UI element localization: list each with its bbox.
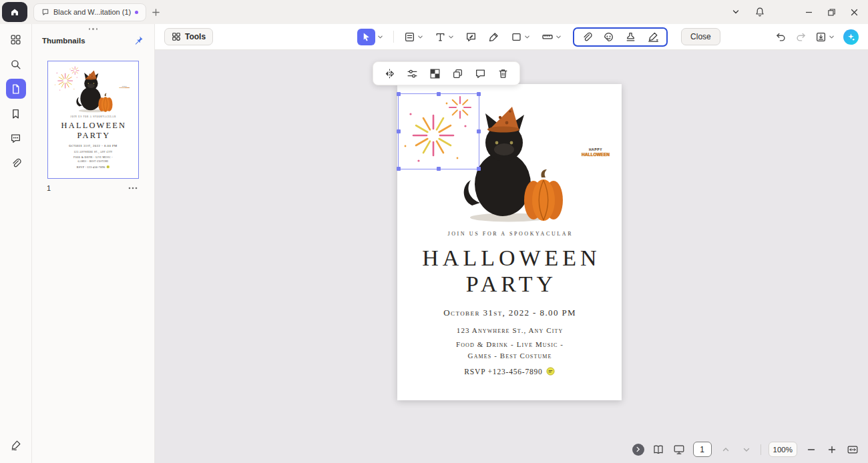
document-page[interactable]: HAPPY HALLOWEEN JOIN US FOR A SPOOKYACUL…	[397, 84, 622, 400]
invite-title-line1[interactable]: HALLOWEEN	[52, 121, 134, 130]
invite-rsvp[interactable]: RSVP +123-456-7890	[52, 165, 134, 168]
invite-title-line2[interactable]: PARTY	[397, 272, 622, 297]
pin-icon	[134, 35, 144, 45]
invite-details-line2[interactable]: Games - Best Costume	[52, 159, 134, 162]
sidebar-item-comments[interactable]	[6, 128, 26, 148]
save-icon	[815, 31, 827, 43]
main-area: Tools	[155, 24, 868, 463]
resize-handle-top-left[interactable]	[397, 92, 401, 96]
previous-page-button[interactable]	[719, 443, 732, 456]
duplicate-button[interactable]	[452, 68, 463, 79]
resize-handle-middle-right[interactable]	[477, 129, 481, 133]
shape-tool-button[interactable]	[508, 29, 533, 45]
tools-button[interactable]: Tools	[164, 28, 213, 45]
resize-handle-bottom-right[interactable]	[477, 167, 481, 171]
stamp-tool-button[interactable]	[625, 31, 636, 43]
new-tab-button[interactable]	[146, 3, 165, 21]
invite-datetime[interactable]: October 31st, 2022 - 8.00 PM	[52, 143, 134, 147]
sidebar-item-bookmarks[interactable]	[6, 103, 26, 123]
close-editing-button[interactable]: Close	[681, 28, 720, 45]
page-edit-tool-button[interactable]	[401, 29, 426, 45]
chevron-down-icon	[524, 34, 530, 40]
signature-tools-button[interactable]	[6, 435, 26, 455]
resize-handle-top-middle[interactable]	[437, 92, 441, 96]
signature-tool-button[interactable]	[647, 31, 660, 43]
invitation-content: HAPPY HALLOWEEN JOIN US FOR A SPOOKYACUL…	[52, 62, 134, 177]
expand-panel-button[interactable]	[632, 444, 644, 456]
sidebar-item-thumbnails[interactable]	[6, 79, 26, 99]
sidebar-item-attachments[interactable]	[6, 153, 26, 173]
invite-rsvp[interactable]: RSVP +123-456-7890	[397, 367, 622, 376]
redo-button[interactable]	[795, 31, 807, 43]
thumbnail-options-button[interactable]	[126, 183, 140, 193]
zoom-level-button[interactable]: 100%	[769, 442, 797, 457]
attach-file-tool-button[interactable]	[581, 31, 592, 43]
undo-button[interactable]	[775, 31, 787, 43]
transparency-button[interactable]	[429, 68, 441, 79]
next-page-button[interactable]	[740, 443, 753, 456]
attachments-icon	[10, 157, 21, 169]
adjust-button[interactable]	[407, 68, 418, 79]
comment-tool-button[interactable]	[463, 29, 479, 45]
sticker-tool-button[interactable]	[603, 31, 614, 43]
flip-horizontal-button[interactable]	[384, 68, 395, 79]
presentation-button[interactable]	[672, 443, 686, 456]
document-canvas[interactable]: HAPPY HALLOWEEN JOIN US FOR A SPOOKYACUL…	[155, 50, 868, 463]
comment-button[interactable]	[475, 68, 486, 79]
page-number-input[interactable]	[693, 442, 712, 457]
document-tab[interactable]: Black and W...itation (1)	[33, 3, 146, 21]
restore-button[interactable]	[820, 2, 843, 22]
invite-details-line1[interactable]: Food & Drink - Live Music -	[397, 340, 622, 348]
page-thumbnail-1[interactable]: HAPPY HALLOWEEN JOIN US FOR A SPOOKYACUL…	[47, 61, 139, 179]
measure-tool-button[interactable]	[539, 28, 564, 45]
invite-address[interactable]: 123 Anywhere St., Any City	[397, 326, 622, 334]
status-bar: 100%	[632, 442, 859, 457]
happy-halloween-badge[interactable]: HAPPY HALLOWEEN	[576, 148, 615, 157]
invite-eyebrow[interactable]: JOIN US FOR A SPOOKYACULAR	[52, 115, 134, 117]
tab-list-button[interactable]	[726, 3, 745, 21]
invite-title-line1[interactable]: HALLOWEEN	[397, 246, 622, 271]
invite-datetime[interactable]: October 31st, 2022 - 8.00 PM	[397, 308, 622, 318]
pin-panel-button[interactable]	[131, 33, 146, 48]
select-tool-button[interactable]	[355, 29, 386, 45]
invite-title-line2[interactable]: PARTY	[52, 130, 134, 139]
panel-drag-handle-icon[interactable]	[32, 26, 154, 31]
search-button[interactable]	[6, 54, 26, 74]
select-cursor-icon	[357, 29, 375, 45]
invite-address[interactable]: 123 Anywhere St., Any City	[52, 150, 134, 153]
thumbnail-page-number: 1	[47, 184, 51, 192]
chevron-down-icon	[556, 34, 562, 40]
thumbnail-meta-row: 1	[47, 183, 140, 193]
happy-halloween-badge[interactable]: HAPPY HALLOWEEN	[118, 85, 132, 89]
delete-button[interactable]	[497, 68, 509, 79]
pen-tool-button[interactable]	[485, 29, 502, 45]
titlebar: Black and W...itation (1)	[0, 0, 868, 24]
ai-assistant-button[interactable]	[843, 29, 859, 45]
cat-and-pumpkin-image[interactable]	[75, 69, 115, 112]
save-button[interactable]	[815, 31, 835, 43]
apps-grid-button[interactable]	[6, 29, 26, 49]
minimize-button[interactable]	[797, 2, 820, 22]
zoom-in-button[interactable]	[825, 443, 839, 456]
resize-handle-top-right[interactable]	[477, 92, 481, 96]
bookmarks-icon	[10, 108, 21, 119]
notifications-button[interactable]	[750, 3, 769, 21]
resize-handle-bottom-middle[interactable]	[437, 167, 441, 171]
zoom-out-button[interactable]	[805, 443, 818, 456]
text-tool-button[interactable]	[432, 29, 457, 45]
comment-edit-icon	[465, 31, 477, 43]
invite-rsvp-text: RSVP +123-456-7890	[464, 368, 542, 376]
reading-mode-button[interactable]	[652, 443, 665, 456]
toolbar-right	[775, 29, 859, 45]
close-window-button[interactable]	[843, 2, 865, 22]
invite-eyebrow[interactable]: JOIN US FOR A SPOOKYACULAR	[397, 231, 622, 237]
attachment-icon	[581, 31, 592, 43]
home-button[interactable]	[2, 2, 27, 22]
selection-box[interactable]	[398, 93, 479, 169]
resize-handle-bottom-left[interactable]	[397, 167, 401, 171]
redo-icon	[795, 31, 807, 43]
fit-width-button[interactable]	[846, 443, 859, 456]
invite-details-line1[interactable]: Food & Drink - Live Music -	[52, 155, 134, 158]
resize-handle-middle-left[interactable]	[397, 129, 401, 133]
invite-details-line2[interactable]: Games - Best Costume	[397, 352, 622, 360]
